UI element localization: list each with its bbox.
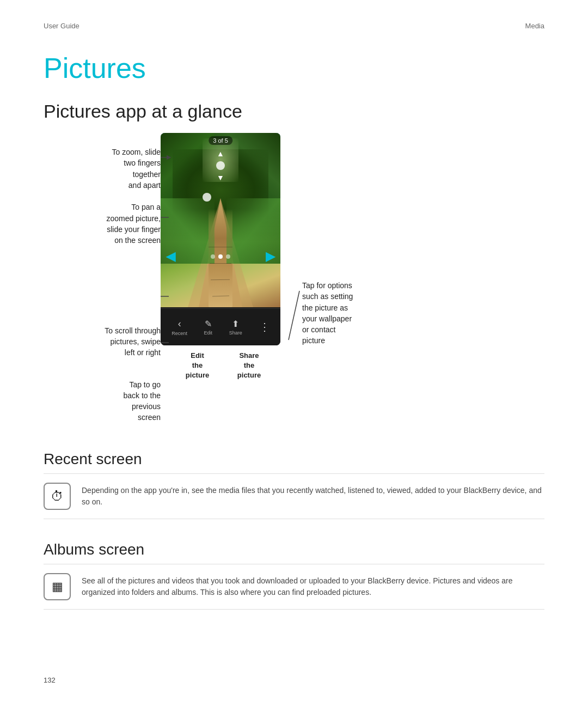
phone-screen: 3 of 5 xyxy=(161,133,280,345)
toolbar-more: ⋮ xyxy=(259,320,270,334)
edit-below-annotation: Editthepicture xyxy=(186,351,209,381)
photo-area: ▲ ▼ ◀ xyxy=(161,133,280,307)
options-annotation: Tap for optionssuch as settingthe pictur… xyxy=(302,280,544,346)
share-icon: ⬆ xyxy=(232,319,239,329)
recent-screen-icon: ⏱ xyxy=(44,483,71,510)
more-icon: ⋮ xyxy=(259,320,270,333)
header-left: User Guide xyxy=(44,22,79,30)
recent-icon: ‹ xyxy=(178,318,181,330)
toolbar-recent: ‹ Recent xyxy=(171,318,187,336)
dot-1 xyxy=(211,254,215,259)
zoom-gesture-icon: ▲ ▼ xyxy=(216,149,225,182)
albums-icon-symbol: ▦ xyxy=(52,580,63,594)
scroll-annotation: To scroll throughpictures, swipeleft or … xyxy=(44,325,161,358)
albums-screen-row: ▦ See all of the pictures and videos tha… xyxy=(44,564,544,610)
toolbar-edit: ✎ Edit xyxy=(204,319,213,336)
recent-label: Recent xyxy=(171,331,187,336)
left-annotations: To zoom, slidetwo fingerstogetherand apa… xyxy=(44,133,161,423)
recent-screen-section: Recent screen ⏱ Depending on the app you… xyxy=(44,451,544,519)
zoom-annotation: To zoom, slidetwo fingerstogetherand apa… xyxy=(44,141,161,260)
back-annotation: Tap to goback to thepreviousscreen xyxy=(44,379,161,423)
albums-screen-section: Albums screen ▦ See all of the pictures … xyxy=(44,541,544,610)
page-title: Pictures xyxy=(44,52,544,84)
toolbar-share: ⬆ Share xyxy=(229,319,242,336)
albums-screen-text: See all of the pictures and videos that … xyxy=(82,575,544,598)
albums-screen-title: Albums screen xyxy=(44,541,544,564)
recent-screen-row: ⏱ Depending on the app you're in, see th… xyxy=(44,474,544,519)
share-below-annotation: Sharethepicture xyxy=(237,351,261,381)
dot-3 xyxy=(226,254,230,259)
header-right: Media xyxy=(525,22,544,30)
glance-section-title: Pictures app at a glance xyxy=(44,101,544,122)
share-label: Share xyxy=(229,330,242,336)
right-annotations: Tap for optionssuch as settingthe pictur… xyxy=(286,133,544,423)
recent-icon-symbol: ⏱ xyxy=(51,489,64,504)
photo-counter: 3 of 5 xyxy=(209,136,232,145)
recent-screen-text: Depending on the app you're in, see the … xyxy=(82,485,544,508)
page-number: 132 xyxy=(44,676,56,684)
edit-icon: ✎ xyxy=(205,319,212,329)
swipe-indicator: ◀ ▶ xyxy=(161,249,280,264)
pan-gesture-icon xyxy=(203,193,211,202)
phone-toolbar: ‹ Recent ✎ Edit ⬆ Share ⋮ xyxy=(161,308,280,345)
phone-mockup: 3 of 5 xyxy=(161,133,286,423)
edit-label: Edit xyxy=(204,330,213,336)
albums-screen-icon: ▦ xyxy=(44,573,71,600)
dot-2 xyxy=(218,254,223,259)
recent-screen-title: Recent screen xyxy=(44,451,544,474)
